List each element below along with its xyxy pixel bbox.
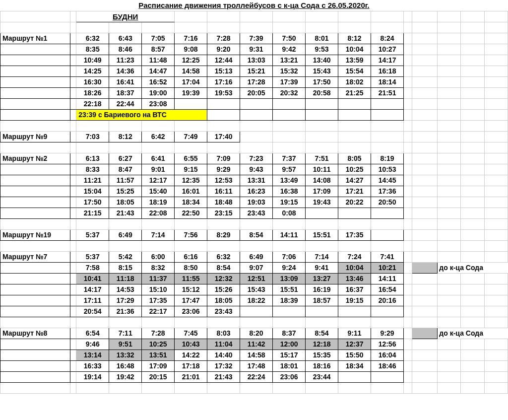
time-cell: 16:54 (371, 284, 404, 295)
time-cell: 16:41 (109, 76, 142, 87)
time-cell (338, 208, 371, 218)
time-cell: 9:15 (175, 164, 207, 175)
time-cell: 18:19 (142, 197, 175, 208)
time-cell: 20:16 (371, 295, 404, 306)
time-cell: 23:44 (306, 371, 338, 382)
time-cell: 17:50 (306, 76, 338, 87)
time-cell: 14:08 (306, 175, 338, 186)
time-cell: 13:14 (76, 350, 109, 360)
time-cell (371, 229, 404, 240)
time-cell (338, 98, 371, 109)
time-cell: 7:28 (207, 33, 240, 44)
time-cell: 17:50 (76, 197, 109, 208)
time-cell: 20:32 (273, 87, 306, 98)
time-cell: 20:58 (306, 87, 338, 98)
time-cell: 10:49 (76, 55, 109, 66)
time-cell: 17:40 (207, 131, 240, 142)
time-cell: 20:54 (76, 306, 109, 317)
time-cell: 16:30 (76, 76, 109, 87)
time-cell: 7:14 (306, 251, 338, 262)
time-cell: 15:04 (76, 186, 109, 197)
time-cell: 8:20 (240, 328, 273, 339)
time-cell: 9:20 (207, 44, 240, 55)
time-cell: 8:50 (175, 262, 207, 273)
time-cell: 7:56 (175, 229, 207, 240)
time-cell: 9:29 (371, 328, 404, 339)
time-cell: 7:23 (240, 153, 273, 164)
time-cell: 19:39 (175, 87, 207, 98)
time-cell: 16:37 (338, 284, 371, 295)
time-cell: 9:46 (76, 339, 109, 350)
time-cell: 8:46 (109, 44, 142, 55)
time-cell: 11:57 (109, 175, 142, 186)
time-cell: 21:51 (371, 87, 404, 98)
time-cell (338, 371, 371, 382)
page-title: Расписание движения троллейбусов с к-ца … (0, 0, 508, 11)
time-cell: 23:06 (175, 306, 207, 317)
time-cell: 20:50 (371, 197, 404, 208)
time-cell: 6:55 (175, 153, 207, 164)
time-cell: 5:37 (76, 251, 109, 262)
time-cell: 0:08 (273, 208, 306, 218)
time-cell: 21:43 (109, 208, 142, 218)
time-cell: 18:34 (175, 197, 207, 208)
route-note: 23:39 с Бариевого на ВТС (76, 109, 207, 120)
time-cell: 10:11 (306, 164, 338, 175)
time-cell: 21:15 (76, 208, 109, 218)
time-cell: 8:54 (207, 262, 240, 273)
time-cell: 16:52 (142, 76, 175, 87)
route-label: Маршрут №19 (0, 229, 70, 240)
time-cell: 22:18 (76, 98, 109, 109)
time-cell (371, 306, 404, 317)
time-cell: 16:33 (76, 360, 109, 371)
time-cell: 13:09 (273, 273, 306, 284)
time-cell: 17:32 (207, 360, 240, 371)
time-cell: 10:04 (338, 44, 371, 55)
time-cell: 14:27 (338, 175, 371, 186)
time-cell: 7:28 (142, 328, 175, 339)
time-cell: 15:43 (306, 66, 338, 76)
time-cell (273, 306, 306, 317)
time-cell: 12:51 (240, 273, 273, 284)
time-cell: 12:18 (306, 339, 338, 350)
time-cell: 16:01 (175, 186, 207, 197)
time-cell: 13:31 (240, 175, 273, 186)
time-cell: 23:15 (207, 208, 240, 218)
time-cell: 18:22 (240, 295, 273, 306)
time-cell: 13:03 (240, 55, 273, 66)
time-cell: 15:35 (306, 350, 338, 360)
legend-swatch (412, 262, 438, 273)
time-cell: 18:37 (109, 87, 142, 98)
time-cell: 19:42 (109, 371, 142, 382)
time-cell: 21:25 (338, 87, 371, 98)
time-cell: 17:48 (240, 360, 273, 371)
time-cell: 15:51 (306, 229, 338, 240)
time-cell: 6:13 (76, 153, 109, 164)
time-cell: 11:48 (142, 55, 175, 66)
time-cell: 19:15 (273, 197, 306, 208)
time-cell: 9:53 (306, 44, 338, 55)
time-cell: 7:14 (142, 229, 175, 240)
time-cell: 17:09 (306, 186, 338, 197)
time-cell: 12:17 (142, 175, 175, 186)
time-cell: 17:36 (371, 186, 404, 197)
time-cell: 7:49 (175, 131, 207, 142)
time-cell: 14:58 (175, 66, 207, 76)
time-cell: 13:59 (338, 55, 371, 66)
time-cell: 14:58 (240, 350, 273, 360)
time-cell: 9:41 (306, 262, 338, 273)
time-cell: 16:18 (371, 66, 404, 76)
time-cell: 15:54 (338, 66, 371, 76)
time-cell (371, 208, 404, 218)
time-cell: 19:14 (76, 371, 109, 382)
time-cell: 16:04 (371, 350, 404, 360)
time-cell: 18:05 (207, 295, 240, 306)
time-cell: 8:54 (240, 229, 273, 240)
route-label: Маршрут №2 (0, 153, 70, 164)
time-cell: 15:26 (207, 284, 240, 295)
time-cell: 6:32 (207, 251, 240, 262)
time-cell: 14:17 (371, 55, 404, 66)
time-cell: 7:41 (371, 251, 404, 262)
time-cell: 6:00 (142, 251, 175, 262)
time-cell: 6:43 (109, 33, 142, 44)
